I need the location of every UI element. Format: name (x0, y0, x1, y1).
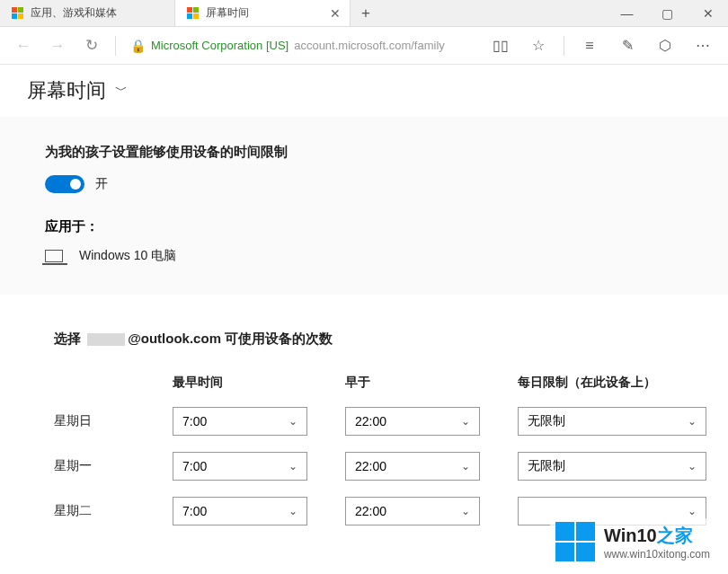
from-select[interactable]: 7:00⌄ (173, 452, 307, 481)
schedule-section: 选择 @outlook.com 可使用设备的次数 最早时间 早于 每日限制（在此… (27, 295, 701, 552)
divider (115, 36, 116, 56)
heading-email: @outlook.com (128, 331, 221, 346)
chevron-down-icon: ⌄ (688, 415, 697, 428)
new-tab-button[interactable]: + (351, 0, 381, 26)
limits-toggle[interactable] (45, 175, 84, 193)
watermark: Win10之家 www.win10xitong.com (550, 518, 715, 565)
lock-icon: 🔒 (130, 39, 146, 53)
favorite-icon[interactable]: ☆ (522, 31, 555, 60)
back-button[interactable]: ← (9, 31, 38, 60)
toggle-label: 开 (95, 176, 108, 192)
chevron-down-icon: ⌄ (289, 415, 297, 428)
device-label: Windows 10 电脑 (79, 248, 176, 264)
heading-suffix: 可使用设备的次数 (221, 331, 333, 346)
chevron-down-icon: ⌄ (461, 505, 470, 517)
chevron-down-icon[interactable]: ﹀ (115, 83, 128, 99)
to-select[interactable]: 22:00⌄ (345, 497, 480, 525)
applies-heading: 应用于： (45, 218, 683, 235)
day-label: 星期一 (54, 458, 173, 474)
limits-heading: 为我的孩子设置能够使用设备的时间限制 (45, 144, 683, 161)
from-select[interactable]: 7:00⌄ (173, 497, 307, 525)
chevron-down-icon: ⌄ (688, 505, 697, 517)
watermark-url: www.win10xitong.com (604, 548, 710, 561)
to-select[interactable]: 22:00⌄ (345, 407, 480, 436)
minimize-button[interactable]: — (607, 0, 647, 27)
page-content: 屏幕时间 ﹀ 为我的孩子设置能够使用设备的时间限制 开 应用于： Windows… (0, 65, 728, 565)
refresh-button[interactable]: ↻ (77, 31, 106, 60)
reading-view-icon[interactable]: ▯▯ (484, 31, 517, 60)
certificate-label: Microsoft Corporation [US] (151, 39, 289, 52)
divider (564, 36, 564, 56)
col-earliest: 最早时间 (173, 375, 307, 391)
close-icon[interactable]: ✕ (330, 6, 341, 21)
chevron-down-icon: ⌄ (688, 460, 697, 472)
notes-icon[interactable]: ✎ (611, 31, 644, 60)
address-bar[interactable]: 🔒 Microsoft Corporation [US] account.mic… (125, 32, 479, 59)
day-label: 星期日 (54, 413, 173, 429)
tab-title: 应用、游戏和媒体 (31, 5, 117, 21)
schedule-table: 最早时间 早于 每日限制（在此设备上） 星期日 7:00⌄ 22:00⌄ 无限制… (54, 375, 683, 525)
tab-title: 屏幕时间 (206, 5, 249, 21)
maximize-button[interactable]: ▢ (647, 0, 688, 27)
titlebar: 应用、游戏和媒体 屏幕时间 ✕ + — ▢ ✕ (0, 0, 728, 27)
chevron-down-icon: ⌄ (289, 460, 297, 472)
share-icon[interactable]: ⬡ (649, 31, 681, 60)
tab-screen-time[interactable]: 屏幕时间 ✕ (175, 0, 351, 26)
forward-button[interactable]: → (43, 31, 72, 60)
redacted-name (87, 333, 125, 346)
toggle-row: 开 (45, 175, 683, 193)
limits-section: 为我的孩子设置能够使用设备的时间限制 开 应用于： Windows 10 电脑 (0, 117, 728, 295)
page-title: 屏幕时间 (27, 77, 106, 104)
toolbar: ← → ↻ 🔒 Microsoft Corporation [US] accou… (0, 27, 728, 65)
col-daily-limit: 每日限制（在此设备上） (518, 375, 706, 391)
close-button[interactable]: ✕ (688, 0, 728, 27)
hub-icon[interactable]: ≡ (573, 31, 606, 60)
url-text: account.microsoft.com/family (294, 39, 445, 52)
favicon-ms (186, 7, 199, 20)
window-controls: — ▢ ✕ (607, 0, 728, 26)
col-before: 早于 (345, 375, 480, 391)
day-label: 星期二 (54, 503, 173, 519)
to-select[interactable]: 22:00⌄ (345, 452, 480, 481)
watermark-text: Win10之家 www.win10xitong.com (604, 524, 710, 561)
schedule-heading: 选择 @outlook.com 可使用设备的次数 (54, 331, 683, 348)
chevron-down-icon: ⌄ (461, 415, 470, 428)
more-icon[interactable]: ⋯ (687, 31, 719, 60)
laptop-icon (45, 250, 63, 262)
favicon-ms (11, 7, 23, 20)
heading-prefix: 选择 (54, 331, 81, 346)
page-header: 屏幕时间 ﹀ (27, 77, 701, 117)
chevron-down-icon: ⌄ (289, 505, 297, 517)
device-row: Windows 10 电脑 (45, 248, 683, 264)
tab-apps-games[interactable]: 应用、游戏和媒体 (0, 0, 175, 26)
limit-select[interactable]: 无限制⌄ (518, 407, 706, 436)
windows-logo-icon (555, 522, 595, 561)
from-select[interactable]: 7:00⌄ (173, 407, 307, 436)
chevron-down-icon: ⌄ (461, 460, 470, 472)
limit-select[interactable]: 无限制⌄ (518, 452, 706, 481)
